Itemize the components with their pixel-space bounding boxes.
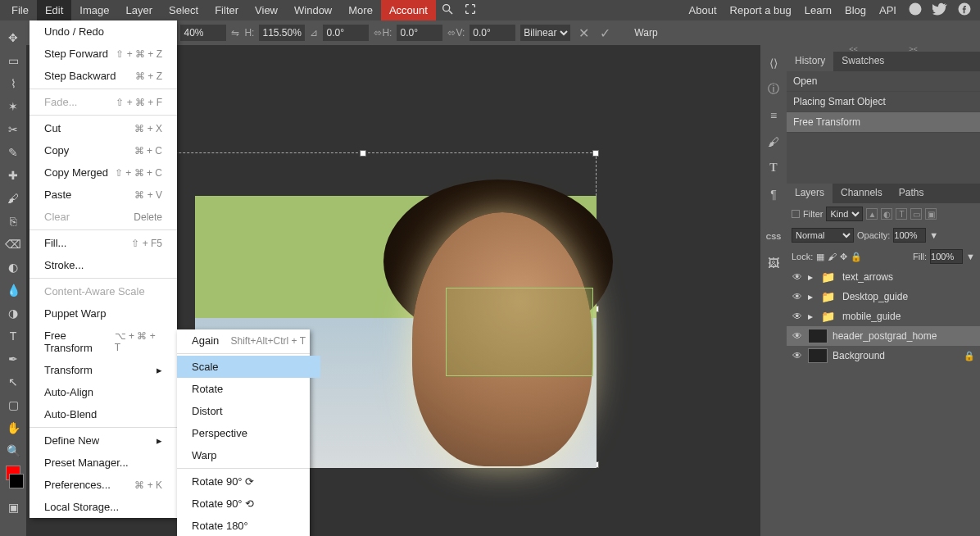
- gradient-tool-icon[interactable]: ◐: [2, 257, 25, 278]
- edit-menu-item[interactable]: Step Backward⌘ + Z: [29, 65, 177, 87]
- layer-row[interactable]: 👁▸📁mobile_guide: [787, 307, 980, 326]
- edit-menu-item[interactable]: ClearDelete: [29, 206, 177, 228]
- edit-menu-item[interactable]: Preset Manager...: [29, 452, 177, 474]
- blur-tool-icon[interactable]: 💧: [2, 279, 25, 301]
- filter-type-icon[interactable]: T: [896, 208, 907, 220]
- edit-menu-item[interactable]: Free Transform⌥ + ⌘ + T: [29, 325, 177, 359]
- crop-tool-icon[interactable]: ✂: [2, 119, 25, 140]
- panel-collapse-icon[interactable]: << ><: [787, 45, 980, 52]
- edit-menu-item[interactable]: Fade...⇧ + ⌘ + F: [29, 91, 177, 113]
- layer-visibility-icon[interactable]: 👁: [792, 291, 803, 302]
- wand-tool-icon[interactable]: ✶: [2, 96, 25, 117]
- edit-menu-item[interactable]: Step Forward⇧ + ⌘ + Z: [29, 43, 177, 65]
- twitter-icon[interactable]: [928, 0, 952, 22]
- move-tool-icon[interactable]: ✥: [2, 27, 25, 48]
- layer-name[interactable]: text_arrows: [842, 271, 893, 283]
- filter-adjust-icon[interactable]: ◐: [881, 208, 892, 220]
- menu-account[interactable]: Account: [381, 0, 436, 20]
- menu-select[interactable]: Select: [161, 0, 206, 20]
- skew-v-input[interactable]: [470, 25, 515, 41]
- transform-menu-item[interactable]: Rotate 90° ⟳: [177, 470, 320, 493]
- fill-input[interactable]: [930, 249, 963, 264]
- shape-tool-icon[interactable]: ▢: [2, 394, 25, 416]
- history-item[interactable]: Open: [787, 71, 980, 92]
- layer-visibility-icon[interactable]: 👁: [792, 330, 803, 342]
- link-wh-icon[interactable]: ⇋: [231, 27, 239, 39]
- transform-menu-item[interactable]: Distort: [177, 400, 320, 422]
- clone-tool-icon[interactable]: ⎘: [2, 211, 25, 232]
- css-panel-icon[interactable]: CSS: [764, 227, 783, 247]
- transform-menu-item[interactable]: Scale: [177, 356, 320, 378]
- transform-menu-item[interactable]: Rotate 90° ⟲: [177, 493, 320, 515]
- character-panel-icon[interactable]: T: [764, 158, 783, 178]
- eraser-tool-icon[interactable]: ⌫: [2, 234, 25, 255]
- folder-toggle-icon[interactable]: ▸: [808, 311, 813, 322]
- search-icon[interactable]: [436, 0, 459, 21]
- fullscreen-icon[interactable]: [459, 0, 482, 21]
- lock-trans-icon[interactable]: ▦: [816, 252, 824, 262]
- layer-name[interactable]: Background: [833, 350, 885, 361]
- thumbnail-panel-icon[interactable]: 🖼: [764, 253, 783, 273]
- fill-flyout-icon[interactable]: ▼: [966, 252, 975, 261]
- filter-shape-icon[interactable]: ▭: [910, 208, 922, 220]
- layer-visibility-icon[interactable]: 👁: [792, 350, 803, 361]
- transform-menu-item[interactable]: AgainShift+Alt+Ctrl + T: [177, 329, 320, 352]
- reddit-icon[interactable]: [903, 0, 928, 22]
- handle-n[interactable]: [360, 150, 366, 157]
- lasso-tool-icon[interactable]: ⌇: [2, 73, 25, 94]
- layer-name[interactable]: mobile_guide: [842, 311, 901, 322]
- height-input[interactable]: [259, 25, 305, 41]
- warp-label[interactable]: Warp: [634, 27, 657, 39]
- commit-transform-icon[interactable]: ✓: [597, 25, 613, 41]
- info-panel-icon[interactable]: ⓘ: [764, 79, 783, 99]
- layer-row[interactable]: 👁▸📁text_arrows: [787, 267, 980, 287]
- layer-row[interactable]: 👁header_postgrad_home: [787, 326, 980, 346]
- edit-menu-item[interactable]: Local Storage...: [29, 496, 177, 518]
- lock-all-icon[interactable]: 🔒: [851, 252, 862, 262]
- edit-menu-item[interactable]: Undo / Redo: [29, 20, 177, 43]
- link-api[interactable]: API: [873, 0, 903, 20]
- menu-view[interactable]: View: [247, 0, 286, 20]
- edit-menu-item[interactable]: Content-Aware Scale: [29, 280, 177, 302]
- layer-row[interactable]: 👁Background🔒: [787, 346, 980, 366]
- lock-move-icon[interactable]: ✥: [840, 252, 847, 262]
- filter-pixel-icon[interactable]: ▲: [866, 208, 878, 220]
- layer-name[interactable]: Desktop_guide: [842, 291, 908, 302]
- transform-menu-item[interactable]: Rotate 180°: [177, 515, 320, 536]
- edit-menu-item[interactable]: Puppet Warp: [29, 302, 177, 325]
- menu-filter[interactable]: Filter: [206, 0, 247, 20]
- edit-menu-item[interactable]: Paste⌘ + V: [29, 184, 177, 206]
- link-blog[interactable]: Blog: [838, 0, 873, 20]
- edit-menu-item[interactable]: Cut⌘ + X: [29, 117, 177, 139]
- tab-paths[interactable]: Paths: [891, 184, 932, 203]
- layer-thumbnail[interactable]: [808, 348, 828, 363]
- align-panel-icon[interactable]: ≡: [764, 106, 783, 125]
- edit-menu-item[interactable]: Define New▸: [29, 429, 177, 452]
- rect-select-tool-icon[interactable]: ▭: [2, 50, 25, 71]
- handle-ne[interactable]: [592, 150, 599, 157]
- edit-menu-item[interactable]: Auto-Blend: [29, 403, 177, 425]
- eyedropper-tool-icon[interactable]: ✎: [2, 142, 25, 163]
- tab-layers[interactable]: Layers: [787, 184, 833, 203]
- menu-edit[interactable]: Edit: [37, 0, 71, 20]
- menu-window[interactable]: Window: [286, 0, 340, 20]
- filter-toggle[interactable]: [792, 210, 800, 218]
- blend-mode-select[interactable]: Normal: [792, 228, 854, 243]
- skew-h-input[interactable]: [397, 25, 442, 41]
- edit-menu-item[interactable]: Auto-Align: [29, 381, 177, 403]
- width-input[interactable]: [180, 25, 226, 41]
- link-about[interactable]: About: [683, 0, 724, 20]
- edit-menu-item[interactable]: Preferences...⌘ + K: [29, 474, 177, 496]
- transform-menu-item[interactable]: Perspective: [177, 422, 320, 444]
- layer-visibility-icon[interactable]: 👁: [792, 311, 803, 322]
- facebook-icon[interactable]: [952, 0, 977, 22]
- pen-tool-icon[interactable]: ✒: [2, 348, 25, 370]
- rotate-input[interactable]: [323, 25, 369, 41]
- history-item[interactable]: Free Transform: [787, 112, 980, 133]
- tab-swatches[interactable]: Swatches: [833, 52, 892, 71]
- path-select-tool-icon[interactable]: ↖: [2, 371, 25, 393]
- lock-paint-icon[interactable]: 🖌: [828, 252, 837, 261]
- history-item[interactable]: Placing Smart Object: [787, 92, 980, 112]
- tab-channels[interactable]: Channels: [833, 184, 891, 203]
- filter-type-icons[interactable]: ▲ ◐ T ▭ ▣: [866, 208, 937, 220]
